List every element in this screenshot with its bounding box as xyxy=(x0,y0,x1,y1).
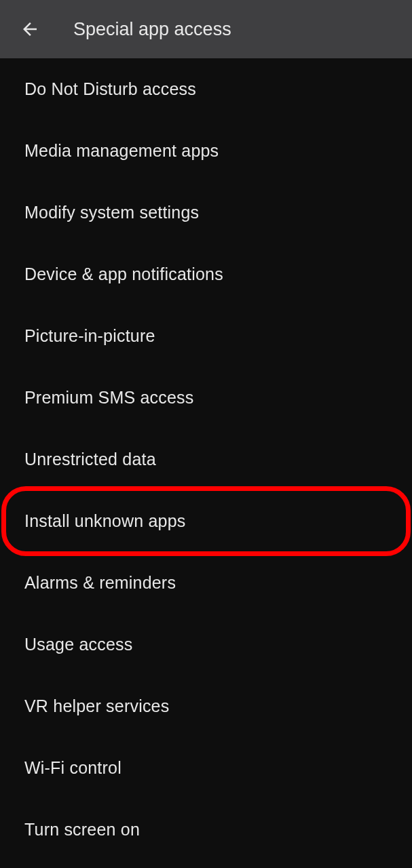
list-item-picture-in-picture[interactable]: Picture-in-picture xyxy=(0,305,412,367)
list-item-device-notifications[interactable]: Device & app notifications xyxy=(0,243,412,305)
list-item-modify-system-settings[interactable]: Modify system settings xyxy=(0,182,412,243)
list-item-label: Wi-Fi control xyxy=(24,758,121,778)
list-item-unrestricted-data[interactable]: Unrestricted data xyxy=(0,429,412,490)
list-item-label: Do Not Disturb access xyxy=(24,79,196,99)
back-button[interactable] xyxy=(15,14,45,44)
app-bar: Special app access xyxy=(0,0,412,58)
list-item-label: Picture-in-picture xyxy=(24,326,155,346)
list-item-alarms-reminders[interactable]: Alarms & reminders xyxy=(0,552,412,614)
list-item-label: Alarms & reminders xyxy=(24,573,176,593)
list-item-label: Premium SMS access xyxy=(24,388,194,408)
list-item-usage-access[interactable]: Usage access xyxy=(0,614,412,675)
list-item-install-unknown-apps[interactable]: Install unknown apps xyxy=(0,490,412,552)
list-item-premium-sms[interactable]: Premium SMS access xyxy=(0,367,412,429)
list-item-media-management[interactable]: Media management apps xyxy=(0,120,412,182)
list-item-label: Media management apps xyxy=(24,141,219,161)
list-item-label: VR helper services xyxy=(24,696,169,716)
list-item-label: Turn screen on xyxy=(24,820,140,840)
arrow-back-icon xyxy=(20,19,40,39)
settings-list: Do Not Disturb access Media management a… xyxy=(0,58,412,861)
list-item-label: Modify system settings xyxy=(24,203,199,222)
list-item-wifi-control[interactable]: Wi-Fi control xyxy=(0,737,412,799)
list-item-turn-screen-on[interactable]: Turn screen on xyxy=(0,799,412,861)
list-item-dnd-access[interactable]: Do Not Disturb access xyxy=(0,58,412,120)
list-item-vr-helper[interactable]: VR helper services xyxy=(0,675,412,737)
list-item-label: Usage access xyxy=(24,635,132,654)
page-title: Special app access xyxy=(73,19,231,40)
list-item-label: Device & app notifications xyxy=(24,264,223,284)
list-item-label: Install unknown apps xyxy=(24,511,185,531)
list-item-label: Unrestricted data xyxy=(24,450,156,469)
